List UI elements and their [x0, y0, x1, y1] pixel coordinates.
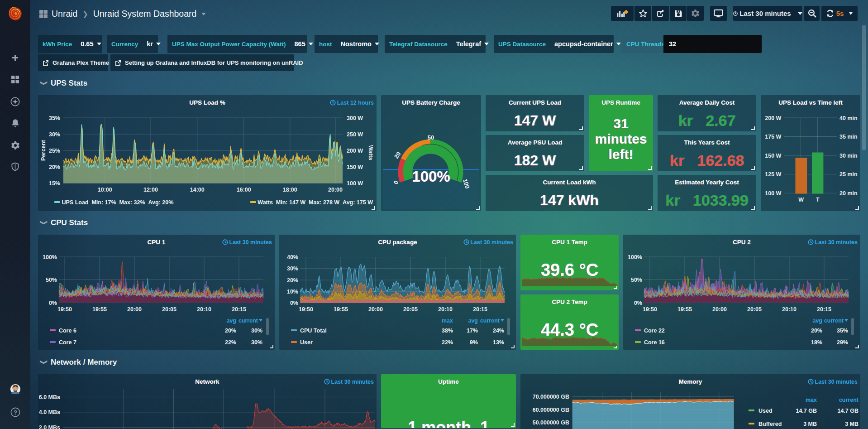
svg-text:15%: 15% [49, 180, 60, 187]
svg-text:100%: 100% [628, 254, 642, 260]
svg-text:19:50: 19:50 [643, 306, 657, 313]
svg-text:30 min: 30 min [839, 153, 858, 159]
svg-text:100%: 100% [43, 254, 57, 260]
svg-text:30%: 30% [49, 131, 60, 138]
svg-text:?: ? [14, 410, 17, 416]
svg-text:20:10: 20:10 [782, 306, 796, 313]
svg-text:20 min: 20 min [839, 190, 858, 197]
svg-text:20:10: 20:10 [438, 306, 453, 313]
svg-text:10%: 10% [287, 289, 298, 295]
svg-text:18:00: 18:00 [283, 187, 297, 193]
svg-text:Percent: Percent [40, 140, 47, 161]
svg-text:20:00: 20:00 [328, 187, 343, 193]
svg-text:40 min: 40 min [839, 115, 858, 121]
svg-text:150 W: 150 W [765, 153, 781, 159]
svg-text:20:10: 20:10 [197, 306, 211, 313]
svg-text:T: T [816, 197, 820, 203]
svg-text:16:00: 16:00 [237, 187, 251, 193]
svg-text:20:05: 20:05 [162, 306, 176, 313]
svg-text:60.000000 GB: 60.000000 GB [533, 407, 569, 413]
svg-text:20:00: 20:00 [712, 306, 727, 313]
svg-text:100 W: 100 W [765, 190, 781, 197]
svg-text:20:00: 20:00 [368, 306, 383, 313]
svg-text:20:05: 20:05 [747, 306, 762, 313]
svg-text:10:00: 10:00 [98, 187, 112, 193]
svg-text:150 W: 150 W [347, 164, 363, 170]
svg-text:200 W: 200 W [347, 148, 363, 154]
svg-text:14:00: 14:00 [190, 187, 205, 193]
svg-text:50%: 50% [46, 277, 57, 283]
svg-text:20: 20 [393, 150, 402, 159]
svg-text:35%: 35% [49, 115, 60, 121]
svg-text:6.0 MBs: 6.0 MBs [39, 394, 60, 400]
svg-text:0%: 0% [634, 300, 642, 306]
svg-text:40%: 40% [287, 254, 298, 260]
svg-text:35 min: 35 min [839, 134, 858, 140]
svg-text:19:55: 19:55 [677, 306, 692, 313]
svg-text:50.000000 GB: 50.000000 GB [533, 419, 569, 426]
svg-text:19:50: 19:50 [299, 306, 313, 313]
svg-text:175 W: 175 W [765, 134, 781, 140]
svg-text:100 W: 100 W [347, 180, 363, 187]
svg-text:19:55: 19:55 [334, 306, 348, 313]
svg-text:20:00: 20:00 [127, 306, 142, 313]
svg-text:25%: 25% [49, 148, 60, 154]
svg-text:70.000000 GB: 70.000000 GB [533, 394, 569, 400]
svg-text:W: W [798, 197, 804, 203]
svg-text:250 W: 250 W [347, 131, 363, 138]
svg-text:50%: 50% [631, 277, 642, 283]
svg-text:125 W: 125 W [765, 171, 781, 178]
svg-text:30%: 30% [287, 265, 298, 272]
svg-text:20:15: 20:15 [232, 306, 246, 313]
svg-text:20:15: 20:15 [473, 306, 487, 313]
svg-text:20:15: 20:15 [817, 306, 831, 313]
svg-text:0%: 0% [49, 300, 57, 306]
svg-text:20%: 20% [287, 277, 298, 284]
svg-text:20:05: 20:05 [403, 306, 418, 313]
svg-text:4.0 MBs: 4.0 MBs [39, 409, 60, 415]
svg-text:25 min: 25 min [839, 171, 858, 178]
svg-text:12:00: 12:00 [143, 187, 158, 193]
svg-text:20%: 20% [49, 164, 60, 170]
svg-text:19:55: 19:55 [92, 306, 107, 313]
svg-text:Watts: Watts [367, 145, 374, 160]
svg-text:200 W: 200 W [765, 115, 781, 121]
svg-text:50: 50 [428, 134, 434, 141]
svg-text:300 W: 300 W [347, 115, 363, 121]
svg-text:0%: 0% [290, 300, 298, 306]
svg-text:2.0 MBs: 2.0 MBs [39, 424, 60, 429]
svg-text:19:50: 19:50 [57, 306, 72, 313]
